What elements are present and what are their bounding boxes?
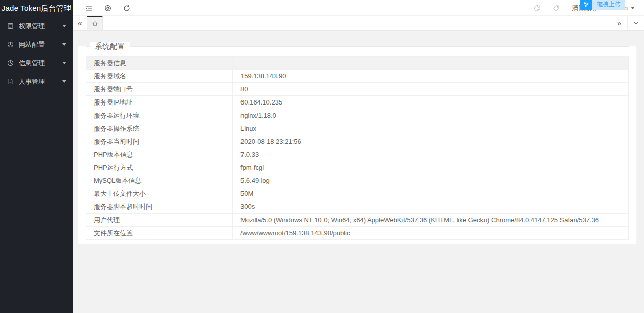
- upload-label: 拖拽上传: [592, 0, 625, 10]
- row-label: MySQL版本信息: [86, 174, 233, 187]
- sidebar-item-site-config[interactable]: 网站配置: [0, 35, 73, 54]
- refresh-icon[interactable]: [117, 0, 136, 16]
- sidebar-menu: 权限管理网站配置信息管理人事管理: [0, 16, 73, 91]
- table-header-empty: [233, 57, 629, 70]
- table-row: 服务器运行环境nginx/1.18.0: [86, 109, 629, 122]
- app-window: Jade Token后台管理 权限管理网站配置信息管理人事管理 清除缓存: [0, 0, 644, 313]
- section-divider: 系统配置: [86, 46, 629, 47]
- table-row: 服务器IP地址60.164.10.235: [86, 96, 629, 109]
- system-config-card: 系统配置 服务器信息 服务器域名159.138.143.90服务器端口号80服务…: [78, 46, 636, 244]
- row-label: 最大上传文件大小: [86, 187, 233, 200]
- menu-fold-icon[interactable]: [79, 0, 98, 16]
- sidebar-item-permissions[interactable]: 权限管理: [0, 17, 73, 35]
- chevron-down-icon: [631, 7, 635, 9]
- row-value: 50M: [233, 187, 629, 200]
- server-info-table: 服务器信息 服务器域名159.138.143.90服务器端口号80服务器IP地址…: [86, 56, 629, 240]
- content-area: 系统配置 服务器信息 服务器域名159.138.143.90服务器端口号80服务…: [73, 31, 644, 313]
- chevron-down-icon: [62, 62, 66, 64]
- tab-strip-spacer: [103, 16, 611, 30]
- row-label: 服务器IP地址: [86, 96, 233, 109]
- row-value: 5.6.49-log: [233, 174, 629, 187]
- header: 清除缓存 admin: [73, 0, 644, 16]
- table-row: 服务器脚本超时时间300s: [86, 200, 629, 214]
- permissions-icon: [7, 23, 14, 30]
- app-logo: Jade Token后台管理: [0, 0, 73, 16]
- theme-palette-icon[interactable]: [534, 0, 541, 16]
- row-label: 服务器运行环境: [86, 109, 233, 122]
- chevron-down-icon: [62, 80, 66, 83]
- table-row: 服务器当前时间2020-08-18 23:21:56: [86, 135, 629, 148]
- sidebar-item-label: 网站配置: [19, 40, 62, 49]
- table-header-row: 服务器信息: [86, 57, 629, 70]
- row-label: 服务器操作系统: [86, 122, 233, 135]
- info-clock-icon: [7, 60, 14, 67]
- row-label: PHP运行方式: [86, 161, 233, 174]
- tab-bar: « »: [73, 16, 644, 31]
- row-value: 80: [233, 83, 629, 96]
- site-config-icon: [7, 41, 14, 48]
- row-value: 7.0.33: [233, 148, 629, 161]
- sidebar-item-info-manage[interactable]: 信息管理: [0, 54, 73, 72]
- row-value: Mozilla/5.0 (Windows NT 10.0; Win64; x64…: [233, 214, 629, 227]
- table-row: 最大上传文件大小50M: [86, 187, 629, 200]
- row-value: 300s: [233, 200, 629, 214]
- row-value: 60.164.10.235: [233, 96, 629, 109]
- row-label: 文件所在位置: [86, 227, 233, 240]
- page-title: 系统配置: [90, 42, 130, 51]
- document-icon: [7, 78, 14, 85]
- row-value: Linux: [233, 122, 629, 135]
- row-value: fpm-fcgi: [233, 161, 629, 174]
- sidebar-item-label: 信息管理: [19, 59, 62, 68]
- row-label: 服务器域名: [86, 70, 233, 83]
- tabs-scroll-right-button[interactable]: »: [611, 16, 627, 30]
- tabs-scroll-left-button[interactable]: «: [73, 16, 87, 30]
- table-row: PHP运行方式fpm-fcgi: [86, 161, 629, 174]
- table-row: PHP版本信息7.0.33: [86, 148, 629, 161]
- table-header-label: 服务器信息: [86, 57, 233, 70]
- table-row: 文件所在位置/www/wwwroot/159.138.143.90/public: [86, 227, 629, 240]
- row-label: PHP版本信息: [86, 148, 233, 161]
- sidebar-item-label: 权限管理: [19, 22, 62, 31]
- chevron-down-icon: [62, 25, 66, 27]
- tab-home[interactable]: [87, 16, 103, 30]
- clear-cache-gear-icon[interactable]: [98, 0, 117, 16]
- table-row: 服务器端口号80: [86, 83, 629, 96]
- row-value: 2020-08-18 23:21:56: [233, 135, 629, 148]
- chevron-down-icon: [62, 43, 66, 46]
- upload-cluster-icon: [580, 0, 592, 10]
- table-row: MySQL版本信息5.6.49-log: [86, 174, 629, 187]
- row-label: 服务器端口号: [86, 83, 233, 96]
- table-row: 服务器操作系统Linux: [86, 122, 629, 135]
- table-row: 服务器域名159.138.143.90: [86, 70, 629, 83]
- row-value: nginx/1.18.0: [233, 109, 629, 122]
- drag-upload-widget[interactable]: 拖拽上传: [580, 0, 625, 10]
- row-label: 服务器脚本超时时间: [86, 200, 233, 214]
- tabs-menu-button[interactable]: [627, 16, 644, 30]
- home-icon: [92, 20, 98, 27]
- row-value: 159.138.143.90: [233, 70, 629, 83]
- header-left-tools: [79, 0, 136, 16]
- tag-icon[interactable]: [553, 0, 560, 16]
- row-value: /www/wwwroot/159.138.143.90/public: [233, 227, 629, 240]
- sidebar-item-label: 人事管理: [19, 77, 62, 86]
- sidebar: Jade Token后台管理 权限管理网站配置信息管理人事管理: [0, 0, 73, 313]
- sidebar-item-hr-manage[interactable]: 人事管理: [0, 72, 73, 91]
- table-row: 用户代理Mozilla/5.0 (Windows NT 10.0; Win64;…: [86, 214, 629, 227]
- row-label: 服务器当前时间: [86, 135, 233, 148]
- row-label: 用户代理: [86, 214, 233, 227]
